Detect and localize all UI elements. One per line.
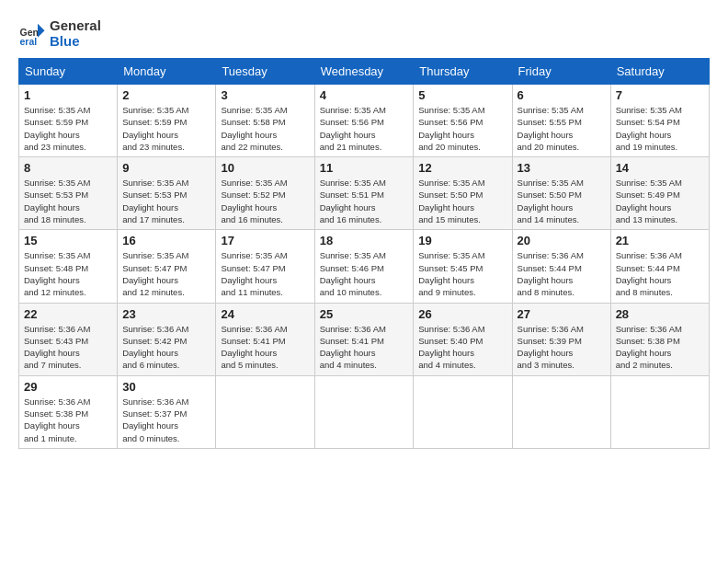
calendar-day-cell: 2 Sunrise: 5:35 AM Sunset: 5:59 PM Dayli… <box>118 85 216 157</box>
calendar-day-cell: 12 Sunrise: 5:35 AM Sunset: 5:50 PM Dayl… <box>414 157 512 230</box>
day-number: 20 <box>518 234 606 247</box>
day-number: 4 <box>320 88 409 102</box>
day-info: Sunrise: 5:35 AM Sunset: 5:45 PM Dayligh… <box>418 249 506 298</box>
day-number: 30 <box>122 380 210 394</box>
day-info: Sunrise: 5:36 AM Sunset: 5:41 PM Dayligh… <box>320 323 409 372</box>
day-number: 27 <box>518 307 606 321</box>
day-number: 5 <box>418 88 506 102</box>
day-info: Sunrise: 5:35 AM Sunset: 5:59 PM Dayligh… <box>122 104 210 153</box>
day-number: 8 <box>24 161 112 175</box>
day-number: 11 <box>320 161 409 175</box>
calendar-day-cell <box>512 375 610 448</box>
day-number: 9 <box>122 161 210 175</box>
day-info: Sunrise: 5:36 AM Sunset: 5:40 PM Dayligh… <box>418 323 506 372</box>
calendar-week-row: 22 Sunrise: 5:36 AM Sunset: 5:43 PM Dayl… <box>19 303 710 375</box>
day-info: Sunrise: 5:35 AM Sunset: 5:53 PM Dayligh… <box>24 177 112 225</box>
calendar-day-cell <box>610 375 709 448</box>
calendar-day-cell: 9 Sunrise: 5:35 AM Sunset: 5:53 PM Dayli… <box>118 157 216 230</box>
calendar-table: SundayMondayTuesdayWednesdayThursdayFrid… <box>18 58 710 449</box>
day-number: 19 <box>418 234 506 247</box>
day-info: Sunrise: 5:35 AM Sunset: 5:54 PM Dayligh… <box>616 104 704 153</box>
day-info: Sunrise: 5:36 AM Sunset: 5:44 PM Dayligh… <box>518 249 606 298</box>
calendar-day-cell: 4 Sunrise: 5:35 AM Sunset: 5:56 PM Dayli… <box>314 85 414 157</box>
day-number: 12 <box>418 161 506 175</box>
calendar-day-cell: 11 Sunrise: 5:35 AM Sunset: 5:51 PM Dayl… <box>314 157 414 230</box>
day-number: 17 <box>221 234 309 247</box>
calendar-day-cell: 10 Sunrise: 5:35 AM Sunset: 5:52 PM Dayl… <box>216 157 314 230</box>
day-info: Sunrise: 5:35 AM Sunset: 5:53 PM Dayligh… <box>122 177 210 225</box>
calendar-day-cell: 30 Sunrise: 5:36 AM Sunset: 5:37 PM Dayl… <box>118 375 216 448</box>
day-info: Sunrise: 5:36 AM Sunset: 5:41 PM Dayligh… <box>221 323 309 372</box>
weekday-header: Thursday <box>414 59 512 85</box>
calendar-day-cell: 1 Sunrise: 5:35 AM Sunset: 5:59 PM Dayli… <box>19 85 118 157</box>
calendar-day-cell: 17 Sunrise: 5:35 AM Sunset: 5:47 PM Dayl… <box>216 230 314 303</box>
calendar-day-cell: 8 Sunrise: 5:35 AM Sunset: 5:53 PM Dayli… <box>19 157 118 230</box>
calendar-day-cell: 21 Sunrise: 5:36 AM Sunset: 5:44 PM Dayl… <box>610 230 709 303</box>
day-info: Sunrise: 5:35 AM Sunset: 5:48 PM Dayligh… <box>24 249 112 298</box>
day-number: 6 <box>518 88 606 102</box>
weekday-header: Saturday <box>610 59 709 85</box>
calendar-day-cell: 20 Sunrise: 5:36 AM Sunset: 5:44 PM Dayl… <box>512 230 610 303</box>
day-info: Sunrise: 5:35 AM Sunset: 5:52 PM Dayligh… <box>221 177 309 225</box>
day-number: 3 <box>221 88 309 102</box>
day-info: Sunrise: 5:35 AM Sunset: 5:59 PM Dayligh… <box>24 104 112 153</box>
day-number: 7 <box>616 88 704 102</box>
calendar-week-row: 1 Sunrise: 5:35 AM Sunset: 5:59 PM Dayli… <box>19 85 710 157</box>
calendar-day-cell: 15 Sunrise: 5:35 AM Sunset: 5:48 PM Dayl… <box>19 230 118 303</box>
day-info: Sunrise: 5:36 AM Sunset: 5:38 PM Dayligh… <box>24 396 112 444</box>
day-number: 10 <box>221 161 309 175</box>
weekday-header: Friday <box>512 59 610 85</box>
day-number: 26 <box>418 307 506 321</box>
calendar-day-cell: 3 Sunrise: 5:35 AM Sunset: 5:58 PM Dayli… <box>216 85 314 157</box>
day-info: Sunrise: 5:35 AM Sunset: 5:51 PM Dayligh… <box>320 177 409 225</box>
weekday-header: Tuesday <box>216 59 314 85</box>
weekday-header-row: SundayMondayTuesdayWednesdayThursdayFrid… <box>19 59 710 85</box>
day-info: Sunrise: 5:36 AM Sunset: 5:44 PM Dayligh… <box>616 249 704 298</box>
logo: Gen eral General Blue <box>18 18 101 49</box>
calendar-day-cell: 16 Sunrise: 5:35 AM Sunset: 5:47 PM Dayl… <box>118 230 216 303</box>
calendar-day-cell <box>216 375 314 448</box>
day-info: Sunrise: 5:35 AM Sunset: 5:56 PM Dayligh… <box>418 104 506 153</box>
day-number: 16 <box>122 234 210 247</box>
day-number: 13 <box>518 161 606 175</box>
day-info: Sunrise: 5:36 AM Sunset: 5:38 PM Dayligh… <box>616 323 704 372</box>
day-info: Sunrise: 5:35 AM Sunset: 5:47 PM Dayligh… <box>221 249 309 298</box>
day-number: 29 <box>24 380 112 394</box>
calendar-week-row: 15 Sunrise: 5:35 AM Sunset: 5:48 PM Dayl… <box>19 230 710 303</box>
day-number: 18 <box>320 234 409 247</box>
calendar-day-cell: 25 Sunrise: 5:36 AM Sunset: 5:41 PM Dayl… <box>314 303 414 375</box>
calendar-day-cell: 28 Sunrise: 5:36 AM Sunset: 5:38 PM Dayl… <box>610 303 709 375</box>
day-number: 1 <box>24 88 112 102</box>
calendar-week-row: 8 Sunrise: 5:35 AM Sunset: 5:53 PM Dayli… <box>19 157 710 230</box>
page-header: Gen eral General Blue <box>18 18 710 49</box>
day-number: 28 <box>616 307 704 321</box>
day-number: 25 <box>320 307 409 321</box>
day-info: Sunrise: 5:36 AM Sunset: 5:37 PM Dayligh… <box>122 396 210 444</box>
day-number: 23 <box>122 307 210 321</box>
day-number: 15 <box>24 234 112 247</box>
day-info: Sunrise: 5:35 AM Sunset: 5:47 PM Dayligh… <box>122 249 210 298</box>
calendar-day-cell: 23 Sunrise: 5:36 AM Sunset: 5:42 PM Dayl… <box>118 303 216 375</box>
calendar-day-cell <box>314 375 414 448</box>
day-info: Sunrise: 5:36 AM Sunset: 5:43 PM Dayligh… <box>24 323 112 372</box>
day-number: 22 <box>24 307 112 321</box>
day-info: Sunrise: 5:35 AM Sunset: 5:55 PM Dayligh… <box>518 104 606 153</box>
weekday-header: Sunday <box>19 59 118 85</box>
logo-text: General Blue <box>50 18 101 49</box>
calendar-day-cell: 7 Sunrise: 5:35 AM Sunset: 5:54 PM Dayli… <box>610 85 709 157</box>
day-info: Sunrise: 5:35 AM Sunset: 5:50 PM Dayligh… <box>418 177 506 225</box>
calendar-day-cell: 5 Sunrise: 5:35 AM Sunset: 5:56 PM Dayli… <box>414 85 512 157</box>
day-info: Sunrise: 5:36 AM Sunset: 5:39 PM Dayligh… <box>518 323 606 372</box>
calendar-day-cell: 26 Sunrise: 5:36 AM Sunset: 5:40 PM Dayl… <box>414 303 512 375</box>
day-info: Sunrise: 5:36 AM Sunset: 5:42 PM Dayligh… <box>122 323 210 372</box>
calendar-day-cell: 27 Sunrise: 5:36 AM Sunset: 5:39 PM Dayl… <box>512 303 610 375</box>
calendar-day-cell: 18 Sunrise: 5:35 AM Sunset: 5:46 PM Dayl… <box>314 230 414 303</box>
day-info: Sunrise: 5:35 AM Sunset: 5:49 PM Dayligh… <box>616 177 704 225</box>
calendar-day-cell: 24 Sunrise: 5:36 AM Sunset: 5:41 PM Dayl… <box>216 303 314 375</box>
day-info: Sunrise: 5:35 AM Sunset: 5:56 PM Dayligh… <box>320 104 409 153</box>
calendar-day-cell: 14 Sunrise: 5:35 AM Sunset: 5:49 PM Dayl… <box>610 157 709 230</box>
logo-icon: Gen eral <box>18 20 46 48</box>
calendar-week-row: 29 Sunrise: 5:36 AM Sunset: 5:38 PM Dayl… <box>19 375 710 448</box>
calendar-day-cell: 29 Sunrise: 5:36 AM Sunset: 5:38 PM Dayl… <box>19 375 118 448</box>
weekday-header: Monday <box>118 59 216 85</box>
